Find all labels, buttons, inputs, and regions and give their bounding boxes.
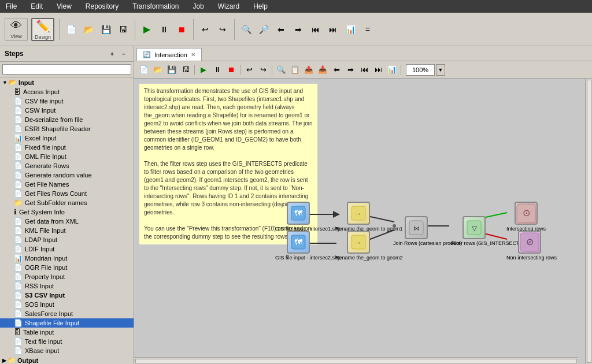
stop-button[interactable]: ⏹ bbox=[175, 23, 188, 36]
item-rss-input[interactable]: 📄RSS Input bbox=[0, 281, 134, 291]
item-excel-input[interactable]: 📊Excel Input bbox=[0, 133, 134, 143]
node-intersecting[interactable]: ⊙ Intersecting rows bbox=[506, 202, 546, 232]
canvas-toolbar-sep-2 bbox=[240, 65, 240, 75]
canvas-tab-intersection[interactable]: 🔄 Intersection ✕ bbox=[136, 48, 202, 61]
item-s3-csv-input[interactable]: 📄S3 CSV Input bbox=[0, 291, 134, 300]
item-property-input[interactable]: 📄Property Input bbox=[0, 272, 134, 281]
settings-button[interactable]: = bbox=[361, 23, 375, 36]
item-sos-input[interactable]: 📄SOS Input bbox=[0, 300, 134, 309]
canvas-back-btn[interactable]: ⬅ bbox=[330, 64, 343, 76]
canvas-vscroll-track[interactable] bbox=[587, 80, 591, 363]
canvas-next-btn[interactable]: ⏭ bbox=[372, 64, 384, 76]
canvas-save-xml-btn[interactable]: 🖫 bbox=[179, 64, 192, 76]
item-kml-file-input[interactable]: 📄KML File Input bbox=[0, 226, 134, 235]
item-esri-shapefile[interactable]: 📄ESRI Shapefile Reader bbox=[0, 124, 134, 133]
canvas-log-btn[interactable]: 📋 bbox=[288, 64, 301, 76]
view-button[interactable]: 👁 View bbox=[5, 18, 28, 41]
item-generate-rows[interactable]: 📄Generate Rows bbox=[0, 161, 134, 170]
canvas-step-back-btn[interactable]: ↩ bbox=[243, 64, 256, 76]
menu-file[interactable]: File bbox=[2, 1, 20, 12]
item-fixed-file-input[interactable]: 📄Fixed file input bbox=[0, 143, 134, 152]
item-ldif-input[interactable]: 📄LDIF Input bbox=[0, 244, 134, 254]
canvas-preview-btn[interactable]: 🔍 bbox=[275, 64, 287, 76]
item-access-input[interactable]: 🗄Access Input bbox=[0, 87, 134, 96]
canvas-hscroll-track[interactable] bbox=[135, 359, 577, 363]
zoom-input[interactable] bbox=[406, 64, 435, 76]
category-input[interactable]: ▼ 📂 Input bbox=[0, 77, 134, 87]
canvas-import-btn[interactable]: 📥 bbox=[316, 64, 329, 76]
category-output[interactable]: ▶ 📁 Output bbox=[0, 355, 134, 364]
canvas-run-btn[interactable]: ▶ bbox=[197, 64, 210, 76]
menu-wizard[interactable]: Wizard bbox=[214, 1, 243, 12]
item-salesforce-input[interactable]: 📄SalesForce Input bbox=[0, 309, 134, 318]
align-right-button[interactable]: ➡ bbox=[291, 23, 305, 36]
align-left-button[interactable]: ⬅ bbox=[274, 23, 288, 36]
next-button[interactable]: ⏭ bbox=[326, 23, 340, 36]
node-join[interactable]: ⋈ Join Rows (cartesian product) bbox=[393, 216, 439, 246]
item-ldap-input[interactable]: 📄LDAP Input bbox=[0, 235, 134, 244]
canvas-pause-btn[interactable]: ⏸ bbox=[211, 64, 224, 76]
menu-job[interactable]: Job bbox=[189, 1, 207, 12]
item-get-data-xml[interactable]: 📄Get data from XML bbox=[0, 217, 134, 226]
menu-repository[interactable]: Repository bbox=[82, 1, 122, 12]
node-nonintersecting[interactable]: ⊘ Non-intersecting rows bbox=[506, 231, 553, 261]
canvas-step-fwd-btn[interactable]: ↪ bbox=[257, 64, 269, 76]
item-generate-random[interactable]: 📄Generate random value bbox=[0, 170, 134, 180]
pause-button[interactable]: ⏸ bbox=[157, 23, 171, 36]
item-xbase-input[interactable]: 📄XBase input bbox=[0, 346, 134, 355]
undo-button[interactable]: ↩ bbox=[198, 23, 212, 36]
ldap-input-icon: 📄 bbox=[14, 236, 23, 244]
results-button[interactable]: 📊 bbox=[343, 23, 357, 36]
steps-expand-button[interactable]: + bbox=[107, 49, 117, 59]
canvas-fwd-btn[interactable]: ➡ bbox=[344, 64, 357, 76]
save-as-button[interactable]: 🖫 bbox=[116, 23, 130, 36]
item-get-system-info[interactable]: ℹGet System Info bbox=[0, 207, 134, 217]
prev-button[interactable]: ⏮ bbox=[309, 23, 323, 36]
menu-transformation[interactable]: Transformation bbox=[129, 1, 182, 12]
item-get-file-names[interactable]: 📄Get File Names bbox=[0, 180, 134, 189]
item-gml-file-input[interactable]: 📄GML File Input bbox=[0, 152, 134, 161]
node-rename2[interactable]: → Rename the_geom to geom2 bbox=[335, 231, 382, 261]
menu-edit[interactable]: Edit bbox=[27, 1, 46, 12]
canvas-chart-btn[interactable]: 📊 bbox=[386, 64, 398, 76]
canvas-new-btn[interactable]: 📄 bbox=[138, 64, 150, 76]
design-button[interactable]: ✏️ Design bbox=[31, 18, 54, 41]
zoom-in-button[interactable]: 🔍 bbox=[239, 23, 253, 36]
item-table-input[interactable]: 🗄Table input bbox=[0, 328, 134, 337]
canvas-stop-btn[interactable]: ⏹ bbox=[225, 64, 238, 76]
new-button[interactable]: 📄 bbox=[64, 23, 78, 36]
canvas-save-btn[interactable]: 💾 bbox=[165, 64, 178, 76]
zoom-out-button[interactable]: 🔎 bbox=[257, 23, 271, 36]
canvas-vscrollbar[interactable] bbox=[585, 79, 592, 364]
item-text-file-input[interactable]: 📄Text file input bbox=[0, 337, 134, 346]
zoom-dropdown-button[interactable]: ▼ bbox=[436, 64, 445, 76]
node-rename1[interactable]: → Rename the_geom to geom1 bbox=[335, 202, 382, 232]
node-filter[interactable]: ▽ Filter rows (GIS_INTERSECTS) bbox=[451, 216, 497, 246]
open-button[interactable]: 📂 bbox=[82, 23, 95, 36]
canvas-prev-btn[interactable]: ⏮ bbox=[358, 64, 371, 76]
canvas-hscrollbar[interactable] bbox=[134, 357, 578, 364]
menu-help[interactable]: Help bbox=[250, 1, 271, 12]
canvas-main[interactable]: This transformation demonstrates the use… bbox=[134, 79, 585, 364]
node-gis2[interactable]: 🗺 GIS file input - intersec2.shp bbox=[275, 231, 321, 261]
item-get-files-rows[interactable]: 📄Get Files Rows Count bbox=[0, 189, 134, 198]
item-shapefile-file-input[interactable]: 📄Shapefile File Input bbox=[0, 318, 134, 328]
item-csw-input[interactable]: 📄CSW Input bbox=[0, 106, 134, 115]
canvas-open-btn[interactable]: 📂 bbox=[151, 64, 164, 76]
tab-close-button[interactable]: ✕ bbox=[191, 51, 195, 58]
canvas-area: 🔄 Intersection ✕ 📄 📂 💾 🖫 ▶ ⏸ ⏹ ↩ ↪ 🔍 bbox=[134, 46, 592, 364]
steps-collapse-button[interactable]: − bbox=[119, 49, 129, 59]
item-mondrian-input[interactable]: 📊Mondrian Input bbox=[0, 254, 134, 263]
steps-search-input[interactable] bbox=[2, 64, 131, 75]
save-button[interactable]: 💾 bbox=[99, 23, 113, 36]
menu-view[interactable]: View bbox=[53, 1, 75, 12]
item-get-subfolder[interactable]: 📁Get SubFolder names bbox=[0, 198, 134, 207]
item-csv-file-input[interactable]: 📄CSV file input bbox=[0, 96, 134, 106]
run-button[interactable]: ▶ bbox=[140, 23, 154, 36]
canvas-export-btn[interactable]: 📤 bbox=[302, 64, 315, 76]
node-gis1[interactable]: 🗺 GIS file input - intersec1.shp bbox=[275, 202, 321, 232]
redo-button[interactable]: ↪ bbox=[216, 23, 230, 36]
item-deserialize[interactable]: 📄De-serialize from file bbox=[0, 115, 134, 124]
item-ogr-file-input[interactable]: 📄OGR File Input bbox=[0, 263, 134, 272]
property-input-icon: 📄 bbox=[14, 273, 23, 281]
